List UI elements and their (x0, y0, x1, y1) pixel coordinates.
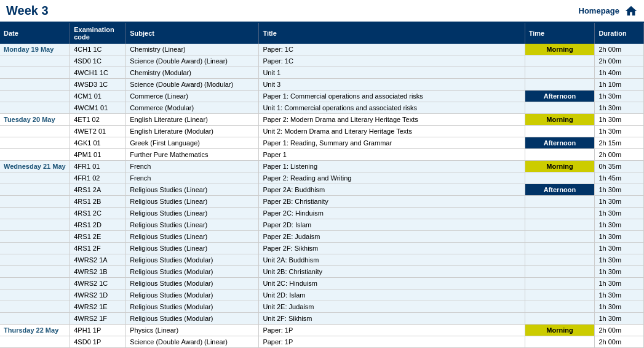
title-cell: Unit 1: Commercial operations and associ… (259, 102, 525, 114)
title-cell: Paper: 1C (259, 44, 525, 55)
exam-code-cell: 4FR1 02 (70, 172, 126, 184)
duration-cell: 1h 30m (595, 91, 644, 102)
exam-code-cell: 4RS1 2E (70, 231, 126, 243)
table-row: 4WCH1 1CChemistry (Modular)Unit 11h 40m (0, 67, 644, 79)
subject-cell: Religious Studies (Modular) (126, 266, 259, 278)
subject-cell: French (126, 161, 259, 172)
exam-code-cell: 4WRS2 1B (70, 266, 126, 278)
col-header-date: Date (0, 23, 70, 44)
duration-cell: 2h 00m (595, 149, 644, 161)
exam-code-cell: 4PH1 1P (70, 325, 126, 336)
table-row: 4WSD3 1CScience (Double Award) (Modular)… (0, 79, 644, 91)
duration-cell: 1h 30m (595, 184, 644, 196)
subject-cell: Science (Double Award) (Modular) (126, 79, 259, 91)
col-header-title: Title (259, 23, 525, 44)
exam-code-cell: 4RS1 2A (70, 184, 126, 196)
date-cell (0, 336, 70, 348)
col-header-exam: Examinationcode (70, 23, 126, 44)
exam-code-cell: 4FR1 01 (70, 161, 126, 172)
duration-cell: 2h 15m (595, 137, 644, 149)
title-cell: Paper 2: Reading and Writing (259, 172, 525, 184)
duration-cell: 1h 30m (595, 313, 644, 325)
table-row: 4PM1 01Further Pure MathematicsPaper 12h… (0, 149, 644, 161)
exam-code-cell: 4ET1 02 (70, 114, 126, 126)
time-cell (525, 149, 595, 161)
time-cell (525, 172, 595, 184)
date-cell (0, 55, 70, 67)
date-cell (0, 137, 70, 149)
subject-cell: French (126, 172, 259, 184)
date-cell (0, 231, 70, 243)
page-title: Week 3 (6, 4, 49, 18)
duration-cell: 1h 30m (595, 301, 644, 313)
duration-cell: 1h 30m (595, 208, 644, 219)
date-cell (0, 254, 70, 266)
time-cell (525, 219, 595, 231)
duration-cell: 1h 30m (595, 278, 644, 289)
exam-code-cell: 4WRS2 1F (70, 313, 126, 325)
exam-code-cell: 4WRS2 1C (70, 278, 126, 289)
table-row: 4WRS2 1AReligious Studies (Modular)Unit … (0, 254, 644, 266)
duration-cell: 2h 00m (595, 336, 644, 348)
home-icon[interactable] (624, 4, 638, 18)
duration-cell: 2h 00m (595, 44, 644, 55)
duration-cell: 1h 30m (595, 219, 644, 231)
duration-cell: 1h 30m (595, 231, 644, 243)
subject-cell: Religious Studies (Modular) (126, 254, 259, 266)
exam-code-cell: 4WCM1 01 (70, 102, 126, 114)
title-cell: Paper 2C: Hinduism (259, 208, 525, 219)
subject-cell: Chemistry (Modular) (126, 67, 259, 79)
time-cell: Morning (525, 44, 595, 55)
date-cell: Monday 19 May (0, 44, 70, 55)
title-cell: Unit 2E: Judaism (259, 301, 525, 313)
time-cell: Afternoon (525, 91, 595, 102)
time-cell: Morning (525, 114, 595, 126)
title-cell: Paper 1 (259, 149, 525, 161)
title-cell: Paper 2E: Judaism (259, 231, 525, 243)
table-row: 4RS1 2BReligious Studies (Linear)Paper 2… (0, 196, 644, 208)
date-cell (0, 196, 70, 208)
date-cell (0, 278, 70, 289)
time-cell (525, 289, 595, 301)
col-header-subject: Subject (126, 23, 259, 44)
date-cell (0, 91, 70, 102)
date-cell (0, 266, 70, 278)
time-cell (525, 278, 595, 289)
time-cell (525, 313, 595, 325)
subject-cell: Religious Studies (Modular) (126, 278, 259, 289)
title-cell: Paper 2D: Islam (259, 219, 525, 231)
date-cell (0, 301, 70, 313)
date-cell (0, 208, 70, 219)
exam-code-cell: 4WET2 01 (70, 126, 126, 137)
title-cell: Paper: 1P (259, 336, 525, 348)
duration-cell: 0h 35m (595, 161, 644, 172)
subject-cell: English Literature (Linear) (126, 114, 259, 126)
subject-cell: Religious Studies (Linear) (126, 219, 259, 231)
time-cell (525, 266, 595, 278)
date-cell (0, 102, 70, 114)
subject-cell: Chemistry (Linear) (126, 44, 259, 55)
exam-code-cell: 4RS1 2C (70, 208, 126, 219)
exam-code-cell: 4RS1 2B (70, 196, 126, 208)
title-cell: Unit 2: Modern Drama and Literary Herita… (259, 126, 525, 137)
subject-cell: English Literature (Modular) (126, 126, 259, 137)
duration-cell: 1h 30m (595, 289, 644, 301)
table-row: 4GK1 01Greek (First Language)Paper 1: Re… (0, 137, 644, 149)
date-cell: Thursday 22 May (0, 325, 70, 336)
subject-cell: Commerce (Linear) (126, 91, 259, 102)
duration-cell: 1h 45m (595, 172, 644, 184)
title-cell: Unit 2A: Buddhism (259, 254, 525, 266)
time-cell (525, 208, 595, 219)
date-cell (0, 289, 70, 301)
table-row: 4RS1 2EReligious Studies (Linear)Paper 2… (0, 231, 644, 243)
time-cell: Afternoon (525, 184, 595, 196)
subject-cell: Science (Double Award) (Linear) (126, 55, 259, 67)
duration-cell: 1h 30m (595, 102, 644, 114)
time-cell: Morning (525, 161, 595, 172)
time-cell (525, 126, 595, 137)
exam-code-cell: 4SD0 1C (70, 55, 126, 67)
homepage-link[interactable]: Homepage (579, 6, 619, 15)
table-row: 4RS1 2AReligious Studies (Linear)Paper 2… (0, 184, 644, 196)
subject-cell: Religious Studies (Linear) (126, 196, 259, 208)
table-row: 4SD0 1PScience (Double Award) (Linear)Pa… (0, 336, 644, 348)
